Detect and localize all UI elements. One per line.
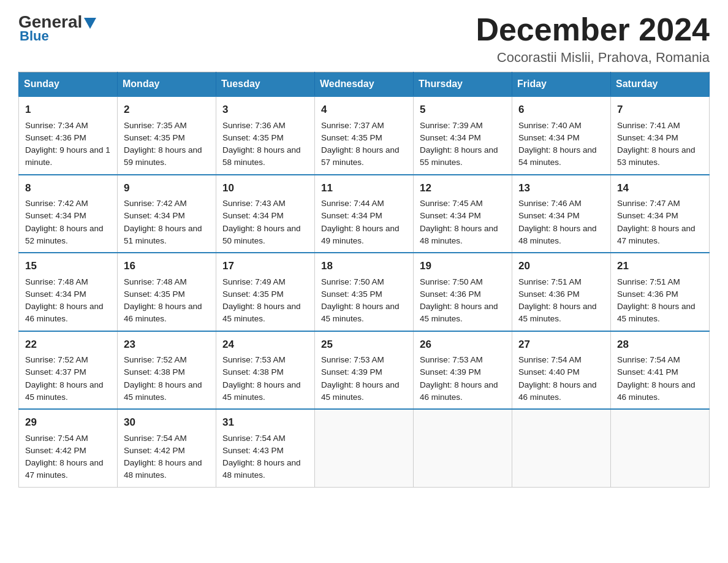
daylight-text: Daylight: 8 hours and 45 minutes. (222, 302, 301, 323)
calendar-cell: 26Sunrise: 7:53 AMSunset: 4:39 PMDayligh… (414, 331, 512, 410)
sunset-text: Sunset: 4:34 PM (321, 211, 382, 220)
calendar-cell: 21Sunrise: 7:51 AMSunset: 4:36 PMDayligh… (611, 253, 710, 331)
sunrise-text: Sunrise: 7:50 AM (420, 277, 483, 286)
day-number: 10 (222, 180, 308, 196)
calendar-cell: 28Sunrise: 7:54 AMSunset: 4:41 PMDayligh… (611, 331, 710, 410)
logo-triangle-icon (84, 18, 96, 29)
calendar-cell: 4Sunrise: 7:37 AMSunset: 4:35 PMDaylight… (315, 96, 414, 175)
weekday-header-thursday: Thursday (414, 72, 512, 97)
calendar-cell: 31Sunrise: 7:54 AMSunset: 4:43 PMDayligh… (216, 409, 315, 487)
sunset-text: Sunset: 4:36 PM (518, 289, 580, 299)
sunrise-text: Sunrise: 7:39 AM (420, 121, 483, 130)
sunset-text: Sunset: 4:35 PM (321, 289, 382, 299)
day-number: 24 (222, 337, 308, 353)
daylight-text: Daylight: 8 hours and 46 minutes. (518, 380, 597, 402)
daylight-text: Daylight: 8 hours and 45 minutes. (222, 380, 301, 402)
daylight-text: Daylight: 8 hours and 45 minutes. (321, 302, 400, 323)
daylight-text: Daylight: 8 hours and 48 minutes. (222, 458, 301, 480)
calendar-week-row: 29Sunrise: 7:54 AMSunset: 4:42 PMDayligh… (19, 409, 710, 487)
calendar-cell: 25Sunrise: 7:53 AMSunset: 4:39 PMDayligh… (315, 331, 414, 410)
sunrise-text: Sunrise: 7:35 AM (124, 121, 187, 130)
calendar-cell (414, 409, 512, 487)
sunset-text: Sunset: 4:34 PM (222, 211, 284, 220)
calendar-cell (315, 409, 414, 487)
calendar-week-row: 22Sunrise: 7:52 AMSunset: 4:37 PMDayligh… (19, 331, 710, 410)
day-number: 15 (25, 258, 111, 274)
sunrise-text: Sunrise: 7:53 AM (222, 355, 286, 364)
month-title: December 2024 (476, 12, 710, 47)
day-number: 11 (321, 180, 407, 196)
sunrise-text: Sunrise: 7:40 AM (518, 121, 582, 130)
calendar-cell: 27Sunrise: 7:54 AMSunset: 4:40 PMDayligh… (512, 331, 611, 410)
weekday-header-saturday: Saturday (611, 72, 710, 97)
day-number: 21 (617, 258, 703, 274)
sunset-text: Sunset: 4:35 PM (222, 289, 284, 299)
day-number: 30 (124, 415, 210, 431)
sunrise-text: Sunrise: 7:42 AM (124, 199, 187, 208)
daylight-text: Daylight: 8 hours and 45 minutes. (518, 302, 597, 323)
day-number: 2 (124, 102, 210, 118)
calendar-cell: 15Sunrise: 7:48 AMSunset: 4:34 PMDayligh… (19, 253, 118, 331)
calendar-cell (611, 409, 710, 487)
day-number: 27 (518, 337, 604, 353)
day-number: 29 (25, 415, 111, 431)
sunset-text: Sunset: 4:34 PM (420, 133, 481, 142)
calendar-cell: 30Sunrise: 7:54 AMSunset: 4:42 PMDayligh… (118, 409, 216, 487)
calendar-cell: 23Sunrise: 7:52 AMSunset: 4:38 PMDayligh… (118, 331, 216, 410)
weekday-header-tuesday: Tuesday (216, 72, 315, 97)
calendar-cell: 7Sunrise: 7:41 AMSunset: 4:34 PMDaylight… (611, 96, 710, 175)
sunrise-text: Sunrise: 7:54 AM (124, 434, 187, 443)
sunset-text: Sunset: 4:34 PM (518, 211, 580, 220)
weekday-header-monday: Monday (118, 72, 216, 97)
calendar-cell: 8Sunrise: 7:42 AMSunset: 4:34 PMDaylight… (19, 175, 118, 253)
daylight-text: Daylight: 8 hours and 59 minutes. (124, 145, 202, 167)
daylight-text: Daylight: 8 hours and 45 minutes. (321, 380, 400, 402)
sunset-text: Sunset: 4:34 PM (25, 211, 86, 220)
sunset-text: Sunset: 4:36 PM (25, 133, 86, 142)
sunset-text: Sunset: 4:38 PM (222, 367, 284, 377)
calendar-cell: 16Sunrise: 7:48 AMSunset: 4:35 PMDayligh… (118, 253, 216, 331)
daylight-text: Daylight: 8 hours and 46 minutes. (124, 302, 202, 323)
calendar-cell: 9Sunrise: 7:42 AMSunset: 4:34 PMDaylight… (118, 175, 216, 253)
sunrise-text: Sunrise: 7:54 AM (25, 434, 88, 443)
daylight-text: Daylight: 8 hours and 45 minutes. (25, 380, 104, 402)
title-block: December 2024 Cocorastii Mislii, Prahova… (476, 12, 710, 66)
daylight-text: Daylight: 8 hours and 45 minutes. (420, 302, 498, 323)
day-number: 26 (420, 337, 506, 353)
day-number: 23 (124, 337, 210, 353)
daylight-text: Daylight: 8 hours and 52 minutes. (25, 224, 104, 245)
sunset-text: Sunset: 4:42 PM (25, 446, 86, 455)
calendar-cell: 12Sunrise: 7:45 AMSunset: 4:34 PMDayligh… (414, 175, 512, 253)
daylight-text: Daylight: 8 hours and 47 minutes. (617, 224, 696, 245)
daylight-text: Daylight: 8 hours and 46 minutes. (420, 380, 498, 402)
calendar-table: SundayMondayTuesdayWednesdayThursdayFrid… (18, 72, 710, 488)
day-number: 14 (617, 180, 703, 196)
calendar-cell: 18Sunrise: 7:50 AMSunset: 4:35 PMDayligh… (315, 253, 414, 331)
sunrise-text: Sunrise: 7:54 AM (617, 355, 680, 364)
daylight-text: Daylight: 8 hours and 54 minutes. (518, 145, 597, 167)
day-number: 8 (25, 180, 111, 196)
calendar-cell: 24Sunrise: 7:53 AMSunset: 4:38 PMDayligh… (216, 331, 315, 410)
sunrise-text: Sunrise: 7:37 AM (321, 121, 384, 130)
sunrise-text: Sunrise: 7:51 AM (617, 277, 680, 286)
sunset-text: Sunset: 4:34 PM (124, 211, 185, 220)
calendar-cell: 22Sunrise: 7:52 AMSunset: 4:37 PMDayligh… (19, 331, 118, 410)
sunrise-text: Sunrise: 7:54 AM (518, 355, 582, 364)
day-number: 5 (420, 102, 506, 118)
day-number: 9 (124, 180, 210, 196)
sunset-text: Sunset: 4:40 PM (518, 367, 580, 377)
weekday-header-friday: Friday (512, 72, 611, 97)
calendar-cell: 11Sunrise: 7:44 AMSunset: 4:34 PMDayligh… (315, 175, 414, 253)
calendar-cell: 19Sunrise: 7:50 AMSunset: 4:36 PMDayligh… (414, 253, 512, 331)
sunrise-text: Sunrise: 7:49 AM (222, 277, 286, 286)
day-number: 25 (321, 337, 407, 353)
sunrise-text: Sunrise: 7:43 AM (222, 199, 286, 208)
daylight-text: Daylight: 8 hours and 46 minutes. (617, 380, 696, 402)
calendar-cell: 29Sunrise: 7:54 AMSunset: 4:42 PMDayligh… (19, 409, 118, 487)
weekday-header-row: SundayMondayTuesdayWednesdayThursdayFrid… (19, 72, 710, 97)
sunrise-text: Sunrise: 7:44 AM (321, 199, 384, 208)
sunrise-text: Sunrise: 7:54 AM (222, 434, 286, 443)
sunset-text: Sunset: 4:34 PM (25, 289, 86, 299)
day-number: 18 (321, 258, 407, 274)
day-number: 16 (124, 258, 210, 274)
